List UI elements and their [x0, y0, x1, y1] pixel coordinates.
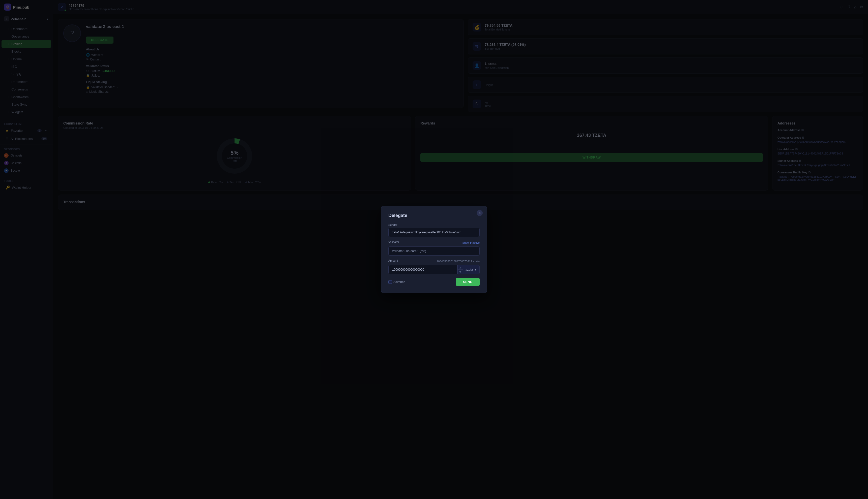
send-button[interactable]: SEND — [456, 278, 480, 286]
denom-chevron-icon: ▼ — [474, 268, 477, 271]
denom-label: azeta — [465, 268, 473, 271]
modal-title: Delegate — [388, 213, 480, 218]
advance-label: Advance — [393, 280, 405, 284]
modal-footer: Advance SEND — [388, 278, 480, 286]
modal-close-button[interactable]: × — [477, 210, 483, 216]
amount-label: Amount — [388, 259, 398, 262]
amount-input[interactable] — [388, 265, 457, 274]
sender-input[interactable] — [388, 228, 480, 237]
amount-stepper: ▲ ▼ — [457, 265, 463, 274]
show-inactive-button[interactable]: Show Inactive — [463, 241, 480, 244]
amount-row: Amount 10343556501884700070412 azeta — [388, 259, 480, 264]
validator-select[interactable]: validator2-us-east-1 (5%) — [388, 246, 480, 256]
sender-label: Sender — [388, 223, 480, 226]
amount-denom[interactable]: azeta ▼ — [463, 265, 480, 274]
amount-up-button[interactable]: ▲ — [457, 265, 463, 270]
validator-label: Validator — [388, 241, 399, 243]
validator-row: Validator Show Inactive — [388, 241, 480, 245]
amount-input-wrap: ▲ ▼ azeta ▼ — [388, 265, 480, 274]
amount-available: 10343556501884700070412 azeta — [437, 260, 480, 263]
modal-overlay[interactable]: Delegate × Sender Validator Show Inactiv… — [0, 0, 868, 499]
delegate-modal: Delegate × Sender Validator Show Inactiv… — [381, 206, 487, 293]
advance-checkbox[interactable]: Advance — [388, 280, 405, 284]
amount-down-button[interactable]: ▼ — [457, 270, 463, 274]
checkbox-icon — [388, 280, 392, 284]
